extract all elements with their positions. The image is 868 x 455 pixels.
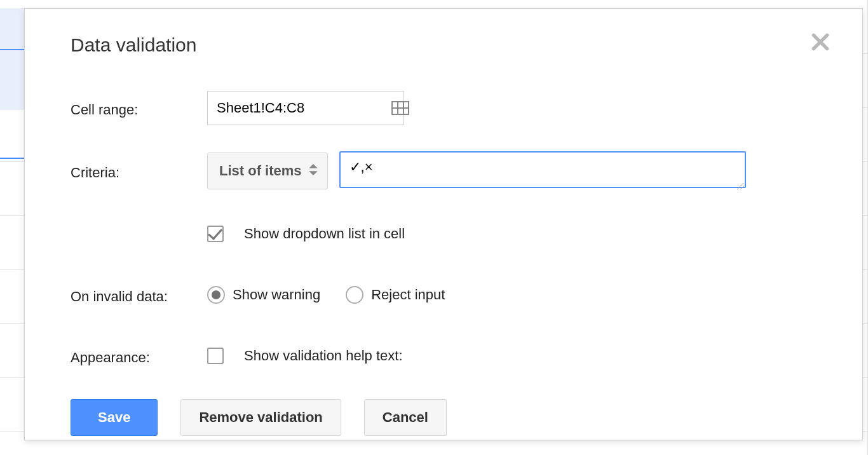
criteria-select-value: List of items bbox=[219, 163, 302, 179]
updown-icon bbox=[308, 163, 318, 179]
svg-marker-6 bbox=[309, 164, 318, 168]
remove-validation-button[interactable]: Remove validation bbox=[180, 399, 341, 436]
on-invalid-label: On invalid data: bbox=[71, 285, 207, 305]
appearance-label: Appearance: bbox=[71, 346, 207, 366]
cell-range-field[interactable] bbox=[207, 91, 404, 125]
data-validation-dialog: Data validation Cell range: Criteria: bbox=[24, 8, 863, 440]
radio-show-warning[interactable]: Show warning bbox=[207, 286, 320, 304]
cell-range-input[interactable] bbox=[217, 92, 391, 125]
radio-reject-input-label: Reject input bbox=[371, 287, 445, 303]
show-dropdown-checkbox[interactable] bbox=[207, 226, 224, 242]
dialog-title: Data validation bbox=[71, 34, 817, 56]
criteria-select[interactable]: List of items bbox=[207, 153, 328, 189]
radio-show-warning-label: Show warning bbox=[233, 287, 320, 303]
criteria-label: Criteria: bbox=[71, 161, 207, 181]
radio-reject-input-indicator bbox=[346, 286, 363, 304]
radio-reject-input[interactable]: Reject input bbox=[346, 286, 445, 304]
cell-range-label: Cell range: bbox=[71, 98, 207, 118]
show-dropdown-label[interactable]: Show dropdown list in cell bbox=[244, 226, 405, 242]
select-range-icon[interactable] bbox=[391, 101, 409, 115]
save-button[interactable]: Save bbox=[71, 399, 158, 436]
radio-show-warning-indicator bbox=[207, 286, 225, 304]
criteria-items-input[interactable] bbox=[339, 151, 746, 188]
close-icon bbox=[810, 32, 831, 55]
appearance-help-checkbox[interactable] bbox=[207, 348, 224, 364]
close-button[interactable] bbox=[809, 32, 832, 55]
svg-marker-7 bbox=[309, 171, 318, 175]
appearance-help-label[interactable]: Show validation help text: bbox=[244, 348, 403, 364]
cancel-button[interactable]: Cancel bbox=[364, 399, 447, 436]
